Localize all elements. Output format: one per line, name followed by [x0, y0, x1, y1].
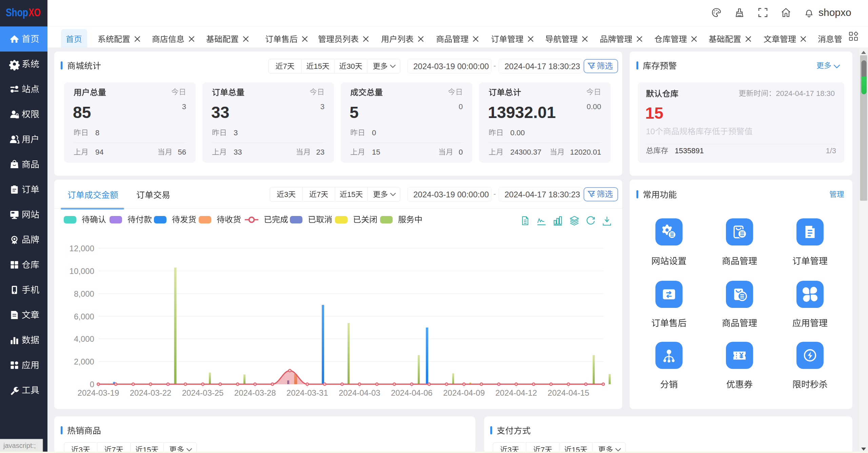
svg-text:15: 15	[314, 62, 322, 71]
svg-text:-: -	[493, 190, 496, 198]
svg-text:0.00: 0.00	[510, 129, 525, 137]
svg-text:3: 3	[234, 129, 238, 137]
svg-text:3: 3	[182, 102, 186, 111]
svg-text:2024-04-09: 2024-04-09	[443, 388, 485, 397]
svg-text:2024-03-19 00:00:00: 2024-03-19 00:00:00	[413, 190, 489, 199]
svg-text:2024-04-17 18:30:23: 2024-04-17 18:30:23	[505, 62, 580, 71]
svg-text:13932.01: 13932.01	[488, 103, 556, 121]
svg-text:javascript:;: javascript:;	[3, 442, 36, 449]
svg-text:0: 0	[459, 102, 463, 111]
svg-text:3: 3	[284, 190, 288, 199]
svg-text:4,000: 4,000	[74, 334, 94, 343]
svg-text:2,000: 2,000	[74, 357, 94, 366]
svg-text:24300.37: 24300.37	[510, 148, 541, 156]
svg-text:3: 3	[320, 102, 324, 111]
svg-text:10,000: 10,000	[70, 267, 94, 276]
svg-text:33: 33	[234, 148, 242, 156]
svg-text:2024-03-22: 2024-03-22	[130, 388, 172, 397]
svg-text:2024-03-25: 2024-03-25	[182, 388, 224, 397]
svg-text:30: 30	[347, 62, 355, 71]
svg-text:2024-04-15: 2024-04-15	[548, 388, 589, 397]
svg-text:94: 94	[95, 148, 103, 156]
svg-text:0: 0	[90, 380, 94, 389]
svg-text:8: 8	[95, 129, 99, 137]
svg-text:0: 0	[459, 148, 463, 156]
svg-text:15: 15	[372, 148, 380, 156]
svg-text:-: -	[493, 61, 496, 70]
svg-text:XO: XO	[28, 6, 41, 19]
svg-text:56: 56	[178, 148, 186, 156]
svg-text:0.00: 0.00	[587, 102, 601, 111]
svg-text:Shop: Shop	[6, 6, 28, 19]
svg-text:1/3: 1/3	[826, 146, 836, 155]
svg-text:2024-03-31: 2024-03-31	[287, 388, 328, 397]
svg-text:33: 33	[211, 103, 229, 121]
svg-text:2024-03-19: 2024-03-19	[78, 388, 119, 397]
svg-text:10: 10	[646, 127, 655, 136]
svg-text:7: 7	[317, 190, 321, 199]
svg-text:1535891: 1535891	[675, 146, 704, 155]
svg-text:8,000: 8,000	[74, 289, 94, 298]
svg-text:7: 7	[283, 62, 287, 71]
svg-text:15: 15	[645, 104, 663, 122]
svg-text:15: 15	[347, 190, 355, 199]
svg-text:2024-03-28: 2024-03-28	[234, 388, 276, 397]
svg-text:6,000: 6,000	[74, 312, 94, 321]
svg-text:12,000: 12,000	[70, 244, 94, 253]
svg-text:2024-04-03: 2024-04-03	[339, 388, 380, 397]
svg-text:85: 85	[73, 103, 91, 121]
svg-text:2024-04-06: 2024-04-06	[391, 388, 433, 397]
svg-text:5: 5	[350, 103, 359, 121]
svg-text:shopxo: shopxo	[818, 7, 851, 18]
svg-text:23: 23	[316, 148, 324, 156]
svg-text:0: 0	[372, 129, 376, 137]
svg-text:2024-04-17 18:30: 2024-04-17 18:30	[776, 89, 835, 98]
svg-text:2024-04-17 18:30:23: 2024-04-17 18:30:23	[505, 190, 580, 199]
svg-text:2024-03-19 00:00:00: 2024-03-19 00:00:00	[413, 62, 489, 71]
svg-text:2024-04-12: 2024-04-12	[495, 388, 537, 397]
svg-text:12020.01: 12020.01	[570, 148, 601, 156]
